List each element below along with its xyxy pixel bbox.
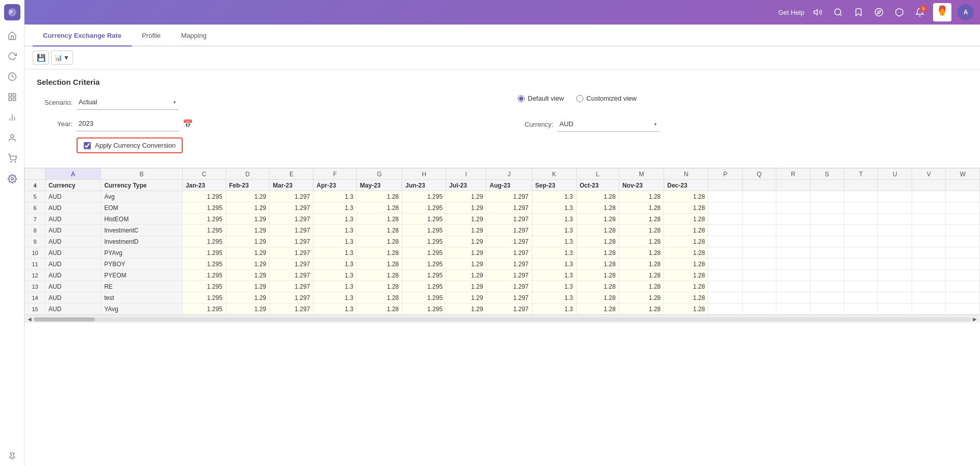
selection-criteria: Selection Criteria Scenario: Actual (24, 69, 980, 168)
tab-mapping[interactable]: Mapping (171, 25, 217, 46)
row-5-oct[interactable]: 1.28 (576, 191, 619, 202)
col-header-a[interactable]: A (45, 169, 101, 180)
row-5-aug[interactable]: 1.297 (486, 191, 532, 202)
compass-icon[interactable] (872, 5, 886, 19)
customized-view-radio[interactable]: Customized view (576, 95, 636, 102)
currency-select[interactable]: AUD (557, 116, 659, 132)
scenario-label: Scenario: (37, 99, 72, 106)
col-header-l[interactable]: L (576, 169, 619, 180)
row-5-currency[interactable]: AUD (45, 191, 101, 202)
row-5-nov[interactable]: 1.28 (619, 191, 664, 202)
col-header-c[interactable]: C (182, 169, 226, 180)
calendar-icon[interactable]: 📅 (183, 119, 193, 129)
svg-point-16 (835, 9, 841, 15)
svg-text:P: P (9, 10, 13, 15)
sidebar-item-home[interactable] (3, 27, 21, 45)
row-5-type[interactable]: Avg (101, 191, 183, 202)
scroll-left-arrow[interactable]: ◀ (26, 315, 34, 323)
save-button[interactable]: 💾 (33, 51, 49, 65)
header-jan23: Jan-23 (182, 180, 226, 191)
cube-icon[interactable] (892, 5, 906, 19)
spreadsheet-container: A B C D E F G H I J K L M N P (24, 168, 980, 466)
horizontal-scrollbar[interactable]: ◀ ▶ (24, 315, 980, 323)
row-5-apr[interactable]: 1.3 (313, 191, 357, 202)
row-5-jan[interactable]: 1.295 (182, 191, 226, 202)
col-header-e[interactable]: E (270, 169, 313, 180)
svg-point-18 (875, 9, 883, 16)
scroll-right-arrow[interactable]: ▶ (971, 315, 979, 323)
search-icon[interactable] (831, 5, 845, 19)
col-header-t[interactable]: T (844, 169, 878, 180)
table-row: 13 AUD RE 1.2951.291.2971.31.281.2951.29… (25, 281, 980, 292)
row-5-may[interactable]: 1.28 (357, 191, 402, 202)
header-sep23: Sep-23 (532, 180, 576, 191)
get-help-button[interactable]: Get Help (778, 9, 804, 16)
row-5-jul[interactable]: 1.29 (446, 191, 486, 202)
col-header-j[interactable]: J (486, 169, 532, 180)
col-header-p[interactable]: P (708, 169, 742, 180)
col-header-n[interactable]: N (664, 169, 708, 180)
sidebar-item-refresh[interactable] (3, 47, 21, 65)
announcement-icon[interactable] (811, 5, 825, 19)
header-t (844, 180, 878, 191)
default-view-radio-input[interactable] (518, 95, 525, 102)
dropdown-arrow-icon: ▼ (63, 54, 69, 61)
table-row: 6 AUD EOM 1.2951.291.2971.31.281.2951.29… (25, 202, 980, 214)
scrollbar-thumb[interactable] (34, 317, 95, 321)
bookmark-icon[interactable] (851, 5, 866, 19)
sidebar-item-clock[interactable] (3, 67, 21, 86)
svg-line-17 (840, 14, 841, 15)
col-header-r[interactable]: R (776, 169, 810, 180)
spreadsheet-table: A B C D E F G H I J K L M N P (24, 168, 980, 315)
scenario-select[interactable]: Actual (77, 95, 179, 110)
col-header-u[interactable]: U (878, 169, 912, 180)
col-header-w[interactable]: W (946, 169, 980, 180)
col-header-v[interactable]: V (912, 169, 945, 180)
svg-rect-3 (9, 94, 11, 96)
avatar[interactable]: A (958, 4, 974, 20)
sidebar-item-user[interactable] (3, 129, 21, 147)
notification-badge: 9 (920, 5, 927, 12)
col-header-b[interactable]: B (101, 169, 183, 180)
header-p (708, 180, 742, 191)
tab-profile[interactable]: Profile (132, 25, 171, 46)
app-logo[interactable]: P (4, 4, 20, 20)
sidebar-item-cart[interactable] (3, 149, 21, 168)
col-header-h[interactable]: H (402, 169, 446, 180)
col-header-i[interactable]: I (446, 169, 486, 180)
apply-conversion-wrapper: Apply Currency Conversion (77, 137, 183, 153)
year-row: Year: 📅 (37, 116, 487, 131)
col-header-g[interactable]: G (357, 169, 402, 180)
sidebar-item-chart[interactable] (3, 108, 21, 127)
scrollbar-track[interactable] (34, 317, 971, 321)
row-5-sep[interactable]: 1.3 (532, 191, 576, 202)
excel-dropdown[interactable]: 📊 ▼ (51, 51, 73, 65)
col-header-k[interactable]: K (532, 169, 576, 180)
pin-icon[interactable] (4, 448, 20, 466)
customized-view-radio-input[interactable] (576, 95, 583, 102)
excel-icon: 📊 (55, 54, 62, 61)
sidebar-item-grid[interactable] (3, 88, 21, 106)
avatar-wrapper[interactable] (933, 3, 951, 21)
default-view-radio[interactable]: Default view (518, 95, 564, 102)
col-header-s[interactable]: S (810, 169, 844, 180)
header-feb23: Feb-23 (226, 180, 270, 191)
col-header-q[interactable]: Q (742, 169, 776, 180)
year-input[interactable] (77, 116, 179, 131)
sidebar-item-settings[interactable] (3, 170, 21, 188)
row-5-num: 5 (25, 191, 45, 202)
col-header-d[interactable]: D (226, 169, 270, 180)
row-5-jun[interactable]: 1.295 (402, 191, 446, 202)
apply-conversion-checkbox[interactable] (84, 142, 91, 149)
svg-point-10 (11, 134, 14, 137)
col-header-f[interactable]: F (313, 169, 357, 180)
content-area: Currency Exchange Rate Profile Mapping 💾… (24, 25, 980, 466)
header-mar23: Mar-23 (270, 180, 313, 191)
col-header-m[interactable]: M (619, 169, 664, 180)
row-5-mar[interactable]: 1.297 (270, 191, 313, 202)
tab-currency-exchange-rate[interactable]: Currency Exchange Rate (33, 25, 132, 46)
row-5-feb[interactable]: 1.29 (226, 191, 270, 202)
notification-icon[interactable]: 9 (913, 5, 927, 19)
apply-conversion-label: Apply Currency Conversion (95, 142, 176, 149)
row-5-dec[interactable]: 1.28 (664, 191, 708, 202)
